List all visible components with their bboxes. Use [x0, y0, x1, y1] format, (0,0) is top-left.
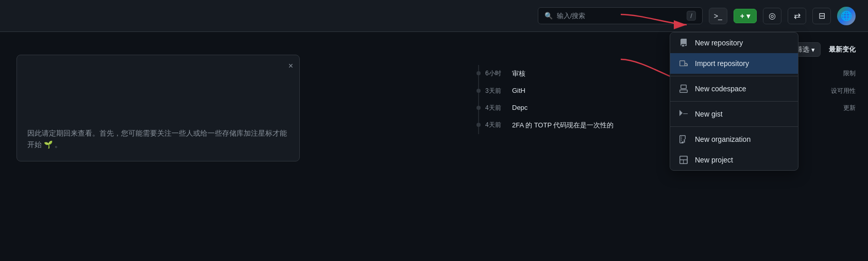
menu-item-import-repository[interactable]: Import repository — [670, 53, 798, 74]
menu-item-new-gist[interactable]: New gist — [670, 104, 798, 124]
navbar: 🔍 输入/搜索 / >_ + ▾ ◎ ⇄ ⊟ 🌐 — [0, 0, 868, 32]
menu-item-label: New repository — [695, 39, 743, 47]
search-placeholder: 输入/搜索 — [557, 11, 586, 21]
terminal-icon: >_ — [714, 12, 722, 20]
activity-text: 审核 — [512, 69, 525, 78]
search-icon: 🔍 — [544, 12, 553, 20]
menu-item-new-repository[interactable]: New repository — [670, 32, 798, 53]
gist-icon — [678, 109, 689, 119]
activity-time: 4天前 — [485, 121, 506, 129]
left-panel: × 因此请定期回来查看。首先，您可能需要关注一些人或给一些存储库加注星标才能开始… — [0, 32, 464, 261]
menu-item-label: New codespace — [695, 85, 746, 93]
menu-item-label: New organization — [695, 135, 751, 143]
activity-time: 6小时 — [485, 69, 506, 78]
import-icon — [678, 58, 689, 69]
dropdown-menu: New repository Import repository New cod… — [670, 32, 798, 171]
avatar-icon: 🌐 — [841, 10, 852, 22]
menu-item-new-codespace[interactable]: New codespace — [670, 78, 798, 99]
menu-item-label: Import repository — [695, 59, 749, 68]
list-item: 4天前 2FA 的 TOTP 代码现在是一次性的 — [478, 117, 856, 134]
pull-requests-button[interactable]: ⇄ — [788, 8, 806, 24]
section-label: 最新变化 — [829, 45, 856, 54]
chevron-down-icon: ▾ — [746, 12, 750, 20]
menu-item-new-project[interactable]: New project — [670, 150, 798, 170]
menu-item-new-organization[interactable]: New organization — [670, 129, 798, 150]
org-icon — [678, 134, 689, 144]
activity-text: GitH — [512, 87, 525, 94]
avatar[interactable]: 🌐 — [837, 7, 856, 25]
activity-time: 4天前 — [485, 104, 506, 112]
menu-item-label: New project — [695, 156, 733, 164]
plus-button[interactable]: + ▾ — [734, 9, 757, 23]
inbox-button[interactable]: ⊟ — [812, 8, 831, 24]
right-label: 更新 — [843, 104, 856, 112]
menu-divider — [670, 76, 798, 76]
terminal-button[interactable]: >_ — [709, 8, 727, 24]
copilot-button[interactable]: ◎ — [763, 8, 781, 24]
close-button[interactable]: × — [288, 61, 293, 71]
plus-label: + — [740, 12, 744, 20]
filter-chevron-icon: ▾ — [811, 46, 815, 54]
menu-item-label: New gist — [695, 110, 723, 118]
codespace-icon — [678, 84, 689, 94]
menu-divider — [670, 126, 798, 127]
notification-text: 因此请定期回来查看。首先，您可能需要关注一些人或给一些存储库加注星标才能开始 🌱… — [27, 127, 289, 151]
activity-time: 3天前 — [485, 87, 506, 95]
activity-text: Depc — [512, 104, 527, 111]
right-label: 限制 — [843, 69, 856, 78]
right-label: 设可用性 — [831, 87, 856, 95]
copilot-icon: ◎ — [769, 11, 776, 21]
list-item: 4天前 Depc 更新 — [478, 100, 856, 117]
activity-text: 2FA 的 TOTP 代码现在是一次性的 — [512, 121, 614, 130]
inbox-icon: ⊟ — [819, 11, 825, 21]
project-icon — [678, 155, 689, 165]
pr-icon: ⇄ — [794, 11, 801, 21]
menu-divider — [670, 101, 798, 102]
notification-card: × 因此请定期回来查看。首先，您可能需要关注一些人或给一些存储库加注星标才能开始… — [16, 55, 300, 161]
repo-icon — [678, 38, 689, 48]
